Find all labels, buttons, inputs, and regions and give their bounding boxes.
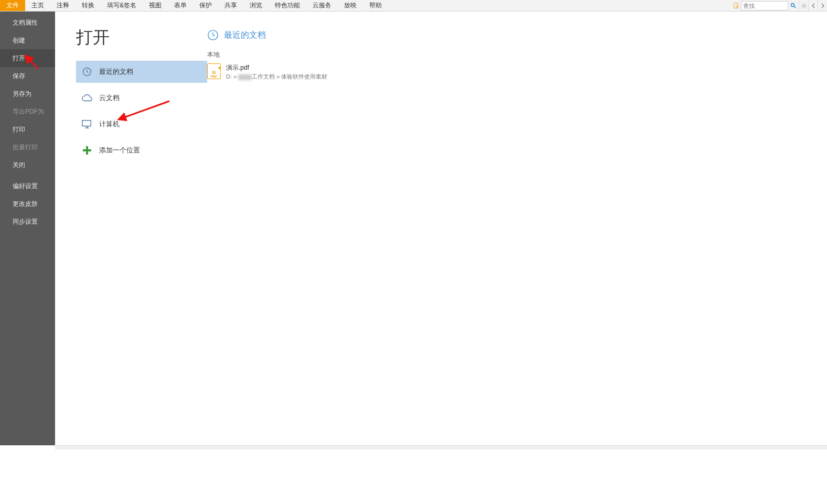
page-title: 打开 bbox=[76, 26, 207, 49]
search-input[interactable] bbox=[741, 1, 788, 10]
file-path: D: » 工作文档 » 体验软件使用素材 bbox=[226, 73, 327, 81]
sidebar-item-batchprint: 批量打印 bbox=[0, 138, 55, 156]
nav-prev-icon[interactable] bbox=[808, 0, 818, 11]
option-add-location[interactable]: 添加一个位置 bbox=[76, 139, 207, 161]
sidebar-item-create[interactable]: 创建 bbox=[0, 31, 55, 49]
tab-share[interactable]: 共享 bbox=[218, 0, 243, 11]
settings-gear-icon[interactable] bbox=[799, 0, 808, 11]
group-label-local: 本地 bbox=[207, 50, 827, 59]
tab-home[interactable]: 主页 bbox=[25, 0, 50, 11]
section-title: 最近的文档 bbox=[224, 30, 266, 41]
option-recent-docs[interactable]: 最近的文档 bbox=[76, 61, 207, 83]
svg-point-2 bbox=[791, 3, 794, 6]
search-go-icon[interactable] bbox=[788, 0, 799, 11]
tab-fillsign[interactable]: 填写&签名 bbox=[101, 0, 143, 11]
sidebar-item-save[interactable]: 保存 bbox=[0, 67, 55, 85]
pdf-file-icon: G PDF bbox=[207, 63, 221, 79]
recent-file-row[interactable]: G PDF 演示.pdf D: » 工作文档 » 体验软件使用素材 bbox=[207, 61, 827, 83]
sidebar-item-syncsettings[interactable]: 同步设置 bbox=[0, 213, 55, 231]
option-label: 添加一个位置 bbox=[99, 146, 140, 155]
status-bar bbox=[55, 445, 827, 450]
option-computer[interactable]: 计算机 bbox=[76, 113, 207, 135]
tab-features[interactable]: 特色功能 bbox=[268, 0, 306, 11]
option-label: 云文档 bbox=[99, 93, 120, 103]
redacted-segment bbox=[238, 74, 252, 80]
sidebar-item-exportpdf: 导出PDF为 bbox=[0, 103, 55, 120]
nav-next-icon[interactable] bbox=[818, 0, 827, 11]
option-cloud-docs[interactable]: 云文档 bbox=[76, 87, 207, 109]
sidebar-item-saveas[interactable]: 另存为 bbox=[0, 85, 55, 103]
tab-annotate[interactable]: 注释 bbox=[50, 0, 76, 11]
sidebar-item-preferences[interactable]: 偏好设置 bbox=[0, 177, 55, 195]
sidebar-item-print[interactable]: 打印 bbox=[0, 120, 55, 138]
tab-browse[interactable]: 浏览 bbox=[243, 0, 268, 11]
clock-icon bbox=[207, 29, 219, 41]
option-label: 计算机 bbox=[99, 119, 120, 129]
top-ribbon: 文件 主页 注释 转换 填写&签名 视图 表单 保护 共享 浏览 特色功能 云服… bbox=[0, 0, 827, 12]
tab-view[interactable]: 视图 bbox=[143, 0, 168, 11]
cloud-icon bbox=[81, 92, 93, 104]
svg-point-4 bbox=[802, 4, 805, 7]
svg-rect-6 bbox=[82, 120, 91, 126]
tab-help[interactable]: 帮助 bbox=[363, 0, 388, 11]
svg-line-3 bbox=[794, 6, 796, 8]
sidebar-item-docprops[interactable]: 文档属性 bbox=[0, 14, 55, 31]
tab-protect[interactable]: 保护 bbox=[193, 0, 218, 11]
tab-file[interactable]: 文件 bbox=[0, 0, 25, 11]
plus-icon bbox=[81, 145, 93, 156]
clock-icon bbox=[81, 66, 93, 78]
search-page-icon[interactable] bbox=[732, 0, 741, 11]
option-label: 最近的文档 bbox=[99, 67, 133, 76]
file-name: 演示.pdf bbox=[226, 63, 327, 72]
sidebar-item-open[interactable]: 打开 bbox=[0, 49, 55, 67]
file-sidebar: 文档属性 创建 打开 保存 另存为 导出PDF为 打印 批量打印 关闭 偏好设置… bbox=[0, 12, 55, 445]
section-header: 最近的文档 bbox=[207, 29, 827, 41]
tab-cloud[interactable]: 云服务 bbox=[306, 0, 338, 11]
tab-convert[interactable]: 转换 bbox=[76, 0, 101, 11]
sidebar-item-skin[interactable]: 更改皮肤 bbox=[0, 195, 55, 213]
open-options-panel: 打开 最近的文档 云文档 计算机 添加一个位置 bbox=[55, 12, 207, 445]
computer-icon bbox=[81, 118, 93, 130]
recent-docs-panel: 最近的文档 本地 G PDF 演示.pdf D: » 工作文档 » 体验软件使用… bbox=[207, 12, 827, 445]
tab-present[interactable]: 放映 bbox=[338, 0, 363, 11]
tab-form[interactable]: 表单 bbox=[168, 0, 193, 11]
sidebar-item-close[interactable]: 关闭 bbox=[0, 156, 55, 174]
